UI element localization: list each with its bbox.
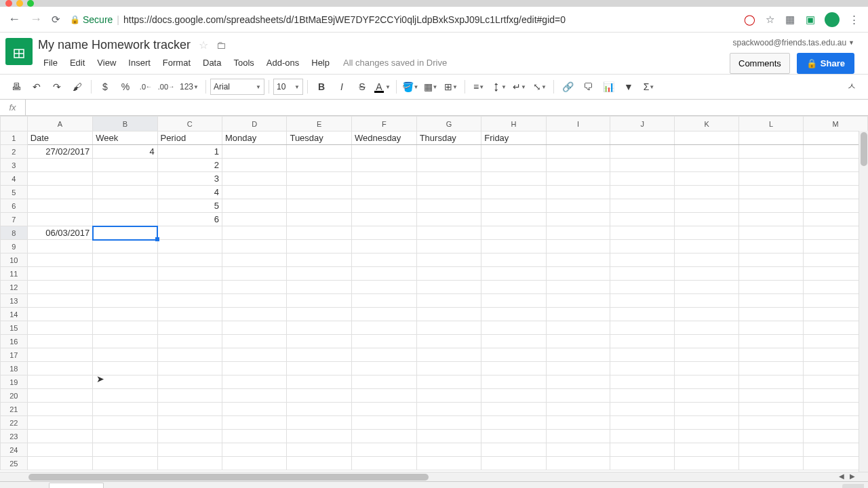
cell-E13[interactable] xyxy=(287,294,352,308)
column-header-M[interactable]: M xyxy=(804,117,868,131)
cell-A2[interactable]: 27/02/2017 xyxy=(27,145,93,159)
sheet-tab[interactable]: Sheet1 ▼ xyxy=(49,483,104,488)
cell-B18[interactable] xyxy=(93,362,157,375)
increase-decimal-button[interactable]: .00→ xyxy=(157,77,176,96)
row-header-15[interactable]: 15 xyxy=(1,321,28,335)
row-header-7[interactable]: 7 xyxy=(1,213,28,226)
cell-F18[interactable] xyxy=(351,362,416,375)
cell-K14[interactable] xyxy=(675,308,739,321)
cell-G9[interactable] xyxy=(416,240,481,253)
cell-E22[interactable] xyxy=(287,416,352,430)
strikethrough-button[interactable]: S xyxy=(353,77,372,96)
cell-J4[interactable] xyxy=(610,172,675,186)
cell-K5[interactable] xyxy=(675,186,739,199)
cell-G23[interactable] xyxy=(416,430,481,443)
text-color-button[interactable]: A▼ xyxy=(373,77,392,96)
cell-J3[interactable] xyxy=(610,159,675,172)
cell-E10[interactable] xyxy=(287,253,352,267)
cell-H9[interactable] xyxy=(481,240,546,253)
text-wrap-button[interactable]: ↵▼ xyxy=(510,77,529,96)
cell-K8[interactable] xyxy=(675,226,739,240)
cell-K7[interactable] xyxy=(675,213,739,226)
paint-format-icon[interactable]: 🖌 xyxy=(68,77,87,96)
cell-I9[interactable] xyxy=(546,240,610,253)
share-button[interactable]: 🔒 Share xyxy=(797,53,854,74)
cell-G1[interactable]: Thursday xyxy=(416,131,481,145)
cell-F25[interactable] xyxy=(351,457,416,470)
cell-D22[interactable] xyxy=(222,416,286,430)
cell-H16[interactable] xyxy=(481,335,546,348)
document-title[interactable]: My name Homework tracker xyxy=(38,38,191,52)
cell-A6[interactable] xyxy=(27,199,93,213)
browser-menu-icon[interactable]: ⋮ xyxy=(848,14,860,26)
cell-A15[interactable] xyxy=(27,321,93,335)
cell-F2[interactable] xyxy=(351,145,416,159)
cell-B4[interactable] xyxy=(93,172,157,186)
cell-H17[interactable] xyxy=(481,348,546,362)
cell-F14[interactable] xyxy=(351,308,416,321)
cell-K12[interactable] xyxy=(675,281,739,294)
cell-B1[interactable]: Week xyxy=(93,131,157,145)
window-max-dot[interactable] xyxy=(27,0,34,7)
select-all-corner[interactable] xyxy=(1,117,28,131)
cell-G21[interactable] xyxy=(416,403,481,416)
cell-L15[interactable] xyxy=(739,321,804,335)
cell-H24[interactable] xyxy=(481,443,546,457)
cell-B17[interactable] xyxy=(93,348,157,362)
cell-I7[interactable] xyxy=(546,213,610,226)
column-header-E[interactable]: E xyxy=(287,117,352,131)
cell-A18[interactable] xyxy=(27,362,93,375)
cell-C7[interactable]: 6 xyxy=(157,213,222,226)
collapse-toolbar-icon[interactable]: ㅅ xyxy=(842,77,861,96)
menu-format[interactable]: Format xyxy=(157,55,196,70)
row-header-4[interactable]: 4 xyxy=(1,172,28,186)
cell-F20[interactable] xyxy=(351,389,416,403)
cell-D12[interactable] xyxy=(222,281,286,294)
cell-K25[interactable] xyxy=(675,457,739,470)
cell-L1[interactable] xyxy=(739,131,804,145)
cell-I5[interactable] xyxy=(546,186,610,199)
cell-E14[interactable] xyxy=(287,308,352,321)
insert-link-icon[interactable]: 🔗 xyxy=(558,77,577,96)
cell-D8[interactable] xyxy=(222,226,286,240)
cell-D9[interactable] xyxy=(222,240,286,253)
forward-button[interactable]: → xyxy=(30,12,42,26)
cell-J5[interactable] xyxy=(610,186,675,199)
cell-C3[interactable]: 2 xyxy=(157,159,222,172)
menu-insert[interactable]: Insert xyxy=(123,55,156,70)
cell-C6[interactable]: 5 xyxy=(157,199,222,213)
cell-D3[interactable] xyxy=(222,159,286,172)
cell-K19[interactable] xyxy=(675,375,739,389)
cell-K21[interactable] xyxy=(675,403,739,416)
cell-H8[interactable] xyxy=(481,226,546,240)
cell-G20[interactable] xyxy=(416,389,481,403)
cell-L23[interactable] xyxy=(739,430,804,443)
cell-A11[interactable] xyxy=(27,267,93,281)
cell-A4[interactable] xyxy=(27,172,93,186)
horizontal-align-button[interactable]: ≡▼ xyxy=(469,77,488,96)
cell-E8[interactable] xyxy=(287,226,352,240)
cell-L20[interactable] xyxy=(739,389,804,403)
cell-A1[interactable]: Date xyxy=(27,131,93,145)
cell-H10[interactable] xyxy=(481,253,546,267)
cell-F21[interactable] xyxy=(351,403,416,416)
back-button[interactable]: ← xyxy=(8,12,20,26)
row-header-23[interactable]: 23 xyxy=(1,430,28,443)
cell-D13[interactable] xyxy=(222,294,286,308)
cell-E24[interactable] xyxy=(287,443,352,457)
menu-edit[interactable]: Edit xyxy=(64,55,90,70)
row-header-13[interactable]: 13 xyxy=(1,294,28,308)
cell-I17[interactable] xyxy=(546,348,610,362)
cell-B19[interactable] xyxy=(93,375,157,389)
cell-D5[interactable] xyxy=(222,186,286,199)
cell-I13[interactable] xyxy=(546,294,610,308)
row-header-22[interactable]: 22 xyxy=(1,416,28,430)
cell-F9[interactable] xyxy=(351,240,416,253)
cell-G3[interactable] xyxy=(416,159,481,172)
cell-B7[interactable] xyxy=(93,213,157,226)
cell-E18[interactable] xyxy=(287,362,352,375)
cell-F4[interactable] xyxy=(351,172,416,186)
cell-A10[interactable] xyxy=(27,253,93,267)
cell-H13[interactable] xyxy=(481,294,546,308)
cell-I19[interactable] xyxy=(546,375,610,389)
